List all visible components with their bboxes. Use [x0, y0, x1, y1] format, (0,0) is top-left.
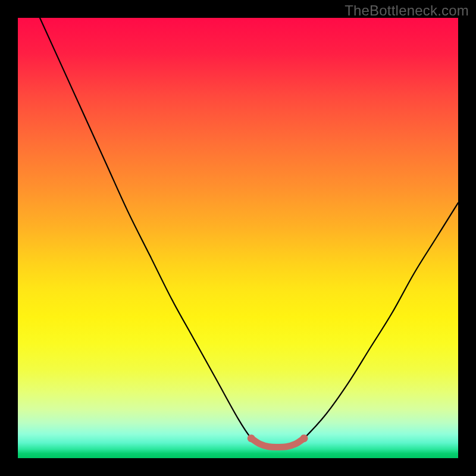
watermark-text: TheBottleneck.com: [345, 2, 469, 19]
highlight-dot-left: [248, 434, 255, 442]
plot-area: [18, 18, 458, 458]
chart-frame: TheBottleneck.com: [0, 0, 476, 476]
chart-svg: [18, 18, 458, 458]
bottleneck-curve: [40, 18, 458, 447]
highlight-dot-right: [300, 434, 308, 442]
highlight-band: [251, 439, 304, 447]
